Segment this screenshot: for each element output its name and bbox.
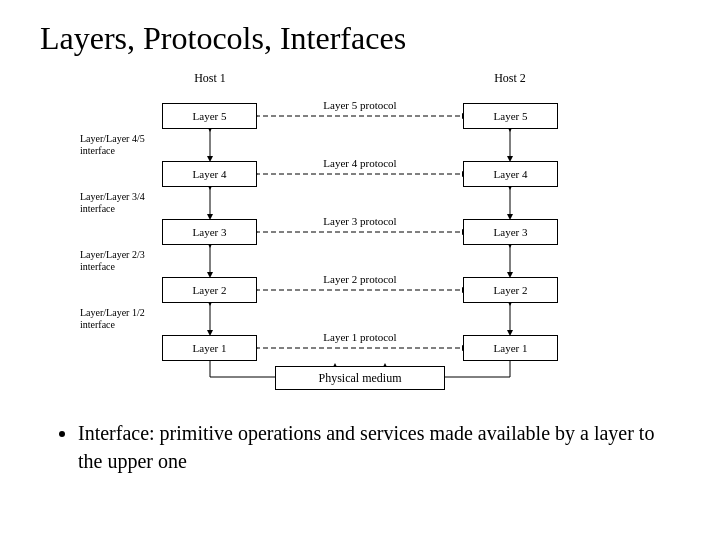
host2-layer5: Layer 5 xyxy=(463,103,558,129)
host1-layer3: Layer 3 xyxy=(162,219,257,245)
page-title: Layers, Protocols, Interfaces xyxy=(40,20,680,57)
host2-layer2: Layer 2 xyxy=(463,277,558,303)
host1-layer1: Layer 1 xyxy=(162,335,257,361)
proto2-label: Layer 2 protocol xyxy=(280,273,440,285)
proto1-label: Layer 1 protocol xyxy=(280,331,440,343)
bullet-item: Interface: primitive operations and serv… xyxy=(78,419,680,475)
page: Layers, Protocols, Interfaces xyxy=(0,0,720,540)
physical-medium-label: Physical medium xyxy=(319,371,402,386)
bullet-section: Interface: primitive operations and serv… xyxy=(40,419,680,475)
host1-layer2: Layer 2 xyxy=(162,277,257,303)
host2-layer4: Layer 4 xyxy=(463,161,558,187)
host1-layer4: Layer 4 xyxy=(162,161,257,187)
proto5-label: Layer 5 protocol xyxy=(280,99,440,111)
iface-45: Layer/Layer 4/5 interface xyxy=(80,133,170,157)
iface-34: Layer/Layer 3/4 interface xyxy=(80,191,170,215)
diagram-area: Host 1 Host 2 Layer 5 Layer 4 Layer 3 La… xyxy=(40,71,680,401)
diagram: Host 1 Host 2 Layer 5 Layer 4 Layer 3 La… xyxy=(80,71,640,401)
iface-12: Layer/Layer 1/2 interface xyxy=(80,307,170,331)
host2-layer1: Layer 1 xyxy=(463,335,558,361)
host1-label: Host 1 xyxy=(160,71,260,86)
host1-layer5: Layer 5 xyxy=(162,103,257,129)
host2-label: Host 2 xyxy=(460,71,560,86)
physical-medium-box: Physical medium xyxy=(275,366,445,390)
proto4-label: Layer 4 protocol xyxy=(280,157,440,169)
iface-23: Layer/Layer 2/3 interface xyxy=(80,249,170,273)
proto3-label: Layer 3 protocol xyxy=(280,215,440,227)
host2-layer3: Layer 3 xyxy=(463,219,558,245)
